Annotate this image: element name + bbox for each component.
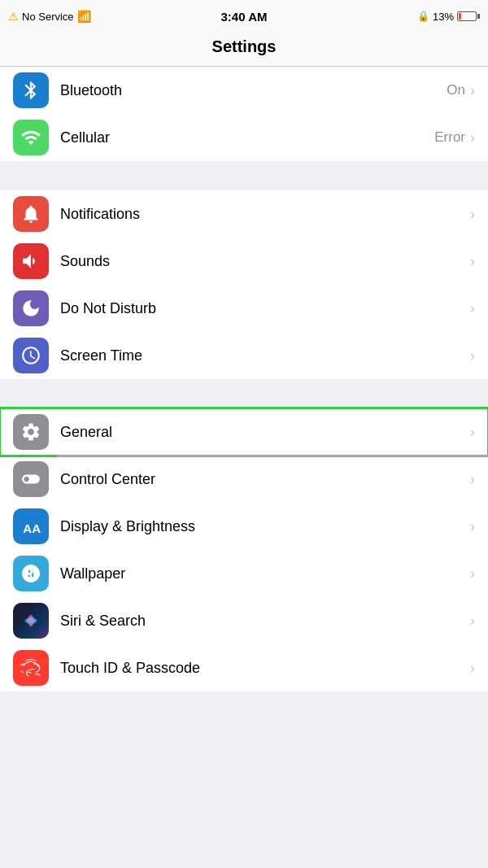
wallpaper-icon-bg [13, 556, 49, 591]
sounds-item[interactable]: Sounds › [0, 238, 488, 285]
displaybrightness-icon-bg: AA [13, 508, 49, 544]
wallpaper-icon [20, 563, 41, 584]
battery-percent: 13% [433, 11, 454, 23]
connectivity-group: Bluetooth On › Cellular Error › [0, 67, 488, 161]
toggle-icon [20, 469, 41, 490]
sounds-chevron: › [470, 253, 475, 270]
notifications-chevron: › [470, 206, 475, 223]
touchid-chevron: › [470, 660, 475, 677]
gear-icon [20, 421, 41, 443]
general-label: General [60, 424, 470, 441]
bluetooth-icon [20, 80, 41, 101]
screentime-label: Screen Time [60, 347, 470, 364]
sirisearch-chevron: › [470, 613, 475, 630]
section-gap-2 [0, 379, 488, 408]
sirisearch-item[interactable]: Siri & Search › [0, 597, 488, 644]
bluetooth-chevron: › [470, 82, 475, 99]
touchid-icon-bg [13, 650, 49, 686]
section-gap-1 [0, 161, 488, 190]
controlcenter-item[interactable]: Control Center › [0, 456, 488, 503]
wallpaper-chevron: › [470, 565, 475, 582]
fingerprint-icon [20, 657, 41, 678]
donotdisturb-chevron: › [470, 300, 475, 317]
bluetooth-item[interactable]: Bluetooth On › [0, 67, 488, 114]
general-icon-bg [13, 414, 49, 450]
status-left: ⚠ No Service 📶 [8, 10, 91, 23]
donotdisturb-icon-bg [13, 290, 49, 326]
wallpaper-label: Wallpaper [60, 565, 470, 582]
bluetooth-icon-bg [13, 72, 49, 108]
bluetooth-value: On [447, 82, 465, 98]
screentime-icon [20, 345, 41, 366]
no-service-warning-icon: ⚠ [8, 10, 19, 23]
cellular-icon-bg [13, 120, 49, 155]
sirisearch-icon-bg [13, 603, 49, 639]
page-title: Settings [0, 37, 488, 56]
screentime-icon-bg [13, 338, 49, 373]
controlcenter-chevron: › [470, 471, 475, 488]
battery-icon [457, 11, 477, 21]
displaybrightness-chevron: › [470, 518, 475, 535]
battery-fill [459, 13, 461, 20]
sirisearch-label: Siri & Search [60, 613, 470, 630]
battery-container [457, 11, 477, 21]
cellular-item[interactable]: Cellular Error › [0, 114, 488, 161]
touchid-label: Touch ID & Passcode [60, 660, 470, 677]
wallpaper-item[interactable]: Wallpaper › [0, 550, 488, 597]
displaybrightness-label: Display & Brightness [60, 518, 470, 535]
bluetooth-label: Bluetooth [60, 82, 447, 99]
cellular-icon [20, 127, 41, 148]
page-title-bar: Settings [0, 31, 488, 67]
screentime-chevron: › [470, 347, 475, 364]
no-service-label: No Service [22, 11, 74, 23]
general-chevron: › [470, 424, 475, 441]
svg-text:AA: AA [23, 521, 41, 535]
donotdisturb-label: Do Not Disturb [60, 300, 470, 317]
alerts-group: Notifications › Sounds › Do Not Disturb … [0, 190, 488, 379]
notifications-label: Notifications [60, 206, 470, 223]
status-right: 🔒 13% [417, 11, 477, 23]
cellular-value: Error [434, 129, 465, 146]
siri-icon [20, 610, 41, 631]
displaybrightness-item[interactable]: AA Display & Brightness › [0, 503, 488, 550]
status-bar: ⚠ No Service 📶 3:40 AM 🔒 13% [0, 0, 488, 31]
touchid-item[interactable]: Touch ID & Passcode › [0, 644, 488, 691]
sounds-label: Sounds [60, 253, 470, 270]
screentime-item[interactable]: Screen Time › [0, 332, 488, 379]
screen-lock-icon: 🔒 [417, 11, 429, 22]
moon-icon [20, 298, 41, 319]
donotdisturb-item[interactable]: Do Not Disturb › [0, 285, 488, 332]
notifications-icon-bg [13, 196, 49, 232]
wifi-icon: 📶 [77, 10, 91, 23]
fontaa-icon: AA [20, 516, 41, 537]
controlcenter-label: Control Center [60, 471, 470, 488]
cellular-chevron: › [470, 129, 475, 146]
status-time: 3:40 AM [221, 10, 268, 24]
svg-point-3 [24, 618, 37, 624]
general-item[interactable]: General › [0, 408, 488, 456]
controlcenter-icon-bg [13, 461, 49, 497]
notifications-icon [20, 203, 41, 225]
system-group: General › Control Center › AA Display & … [0, 408, 488, 691]
sounds-icon-bg [13, 243, 49, 279]
sounds-icon [20, 251, 41, 272]
cellular-label: Cellular [60, 129, 434, 146]
notifications-item[interactable]: Notifications › [0, 190, 488, 238]
